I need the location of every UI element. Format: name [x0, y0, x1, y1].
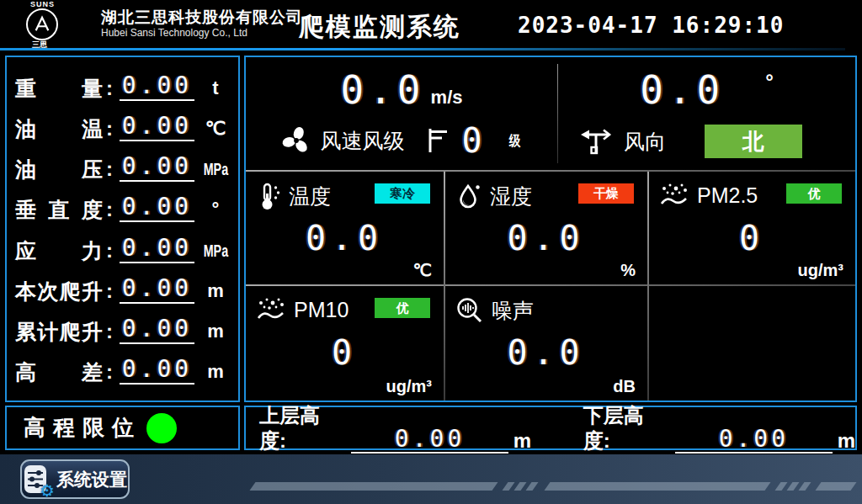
sensor-label: 温度: [289, 183, 331, 210]
company-logo: SUNS 三思: [24, 1, 98, 49]
metric-colon: :: [103, 197, 116, 222]
settings-button-label: 系统设置: [56, 468, 127, 491]
metric-unit: ℃: [198, 116, 233, 141]
metric-colon: :: [103, 116, 116, 141]
footer-bar: ⚙ 系统设置: [0, 454, 862, 504]
sensor-cell-temperature: 温度 寒冷 0.0 ℃: [246, 172, 444, 284]
lower-height-unit: m: [838, 428, 855, 454]
metric-row-oil-pressure: 油压 : 0.00 MPa: [7, 154, 238, 182]
sensor-cell-pm25: PM2.5 优 0 ug/m³: [649, 172, 855, 284]
metric-value: 0.00: [120, 236, 194, 263]
wind-direction-value: 0.0: [640, 67, 725, 113]
sensor-value: 0: [649, 219, 855, 257]
lower-height-value: 0.00: [675, 427, 833, 454]
metric-value: 0.00: [120, 316, 194, 344]
logo-circle-icon: [26, 8, 58, 40]
sensor-label: PM10: [294, 298, 349, 322]
wind-speed-value: 0.0: [340, 67, 425, 113]
wind-level-value: 0: [461, 121, 482, 160]
sensor-value: 0.0: [445, 219, 647, 257]
datetime-display: 2023-04-17 16:29:10: [518, 13, 784, 38]
sensor-unit: ℃: [413, 260, 432, 280]
metric-unit: m: [198, 279, 233, 304]
metric-row-verticality: 垂直度 : 0.00 °: [7, 194, 238, 222]
humidity-status-badge: 干燥: [578, 183, 634, 204]
wind-level-icon: [424, 126, 450, 155]
noise-meter-icon: [455, 296, 484, 325]
sensor-unit: ug/m³: [386, 377, 432, 396]
metric-row-weight: 重量 : 0.00 t: [7, 73, 238, 101]
metric-row-total-climb: 累计爬升 : 0.00 m: [7, 316, 238, 344]
layer-heights-box: 上层高度: 0.00 m 下层高度: 0.00 m: [244, 406, 857, 450]
metric-colon: :: [103, 157, 116, 182]
header: SUNS 三思 湖北三思科技股份有限公司 Hubei Sansi Technol…: [0, 0, 862, 48]
system-settings-button[interactable]: ⚙ 系统设置: [20, 459, 130, 499]
metric-value: 0.00: [120, 194, 194, 222]
company-name: 湖北三思科技股份有限公司 Hubei Sansi Technology Co.,…: [101, 8, 303, 40]
metric-unit: °: [198, 197, 233, 222]
wind-direction-section: 0.0° 风向 北: [558, 57, 855, 170]
metric-colon: :: [103, 76, 116, 101]
metric-label: 应力: [15, 238, 103, 263]
metric-colon: :: [103, 319, 116, 344]
sensor-cell-pm10: PM10 优 0 ug/m³: [246, 286, 444, 401]
wind-level-unit: 级: [508, 131, 520, 151]
lower-height-label: 下层高度:: [583, 403, 670, 454]
metric-row-stress: 应力 : 0.00 MPa: [7, 236, 238, 263]
particles-icon: [659, 182, 689, 209]
metric-label: 垂直度: [15, 197, 103, 222]
metric-colon: :: [103, 359, 116, 385]
metric-colon: :: [103, 279, 116, 304]
settings-sliders-icon: ⚙: [23, 464, 51, 496]
metric-value: 0.00: [120, 357, 194, 385]
sensor-value: 0.0: [445, 333, 647, 372]
elevation-limit-label: 高程限位: [24, 413, 141, 443]
environment-panel: 0.0m/s 风速风级 0 级: [244, 56, 857, 402]
metric-row-oil-temp: 油温 : 0.00 ℃: [7, 114, 238, 141]
temperature-status-badge: 寒冷: [375, 183, 430, 204]
elevation-limit-box: 高程限位: [5, 406, 240, 450]
header-divider: [0, 48, 845, 50]
sensor-value: 0.0: [246, 219, 444, 257]
wind-direction-label: 风向: [624, 128, 666, 156]
sensor-label: 湿度: [490, 183, 532, 210]
metric-unit: m: [198, 359, 233, 385]
droplet-icon: [455, 182, 482, 210]
particles-icon: [256, 296, 286, 323]
sensor-cell-humidity: 湿度 干燥 0.0 %: [445, 172, 647, 284]
gear-icon: ⚙: [40, 482, 55, 499]
metric-unit: MPa: [204, 238, 228, 263]
metric-unit: MPa: [204, 157, 228, 182]
metric-label: 油压: [15, 157, 103, 182]
thermometer-icon: [256, 182, 281, 210]
logo-suns-text: SUNS: [30, 1, 98, 8]
sensor-cell-noise: 噪声 0.0 dB: [445, 286, 647, 401]
lower-height-group: 下层高度: 0.00 m: [583, 403, 855, 454]
wind-vane-icon: [580, 126, 614, 157]
metric-row-height-diff: 高差 : 0.00 m: [7, 357, 238, 385]
page-title: 爬模监测系统: [299, 10, 460, 45]
sensor-unit: dB: [613, 377, 636, 396]
metric-row-current-climb: 本次爬升 : 0.00 m: [7, 276, 238, 304]
sensor-label: PM2.5: [697, 183, 758, 208]
sensor-cell-empty: [649, 286, 855, 401]
metric-value: 0.00: [120, 73, 194, 101]
metric-label: 高差: [15, 359, 103, 385]
climbing-formwork-monitor-screen: SUNS 三思 湖北三思科技股份有限公司 Hubei Sansi Technol…: [0, 0, 862, 504]
sensor-value: 0: [246, 333, 444, 372]
metric-label: 油温: [15, 116, 103, 141]
wind-speed-section: 0.0m/s 风速风级 0 级: [246, 57, 557, 170]
metric-value: 0.00: [120, 114, 194, 141]
elevation-limit-status-light: [146, 413, 177, 443]
pm25-status-badge: 优: [786, 183, 842, 204]
sensor-label: 噪声: [492, 297, 534, 325]
wind-speed-unit: m/s: [431, 87, 463, 108]
metric-value: 0.00: [120, 154, 194, 182]
metric-unit: m: [198, 319, 233, 344]
upper-height-unit: m: [513, 428, 531, 454]
metric-unit: t: [198, 76, 233, 101]
metrics-panel: 重量 : 0.00 t 油温 : 0.00 ℃ 油压 : 0.00 MPa 垂直…: [5, 56, 240, 402]
metric-label: 本次爬升: [15, 279, 103, 304]
wind-direction-badge: 北: [705, 125, 802, 158]
wind-speed-label: 风速风级: [320, 127, 404, 155]
